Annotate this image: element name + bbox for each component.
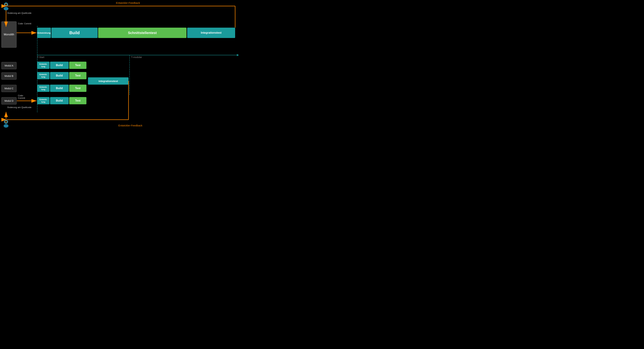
svg-point-1 bbox=[5, 4, 7, 5]
developer-icon-bottom bbox=[2, 119, 10, 128]
arrows-overlay bbox=[0, 0, 242, 131]
timeline-axis bbox=[37, 55, 237, 55]
dashed-line-t-modular bbox=[130, 55, 130, 95]
svg-point-2 bbox=[4, 7, 8, 10]
monolith-stage-integrationstest: Integrationstest bbox=[187, 28, 235, 38]
module-c-box: Modul C bbox=[2, 85, 16, 92]
modul-a-test: Test bbox=[69, 62, 86, 69]
bottom-feedback-label: Entwickler-Feedback bbox=[118, 124, 142, 127]
modul-c-test: Test bbox=[69, 85, 86, 92]
diagram-container: Entwickler-Feedback Änderung am Quellcod… bbox=[0, 0, 242, 131]
monolith-stage-entwicklung: Entwicklung bbox=[37, 28, 51, 38]
developer-icon-top bbox=[2, 2, 10, 10]
code-commit-top: Code- Commit bbox=[18, 23, 31, 25]
modul-b-entwicklung: Entwick-lung bbox=[37, 72, 50, 79]
modul-b-build: Build bbox=[50, 72, 69, 79]
modul-c-entwicklung: Entwick-lung bbox=[37, 85, 50, 92]
modul-a-entwicklung: Entwick-lung bbox=[37, 62, 50, 69]
top-feedback-label: Entwickler-Feedback bbox=[116, 2, 140, 4]
code-commit-bottom: Code-Commit bbox=[18, 95, 25, 100]
monolith-stage-build: Build bbox=[52, 28, 98, 38]
svg-point-12 bbox=[5, 121, 7, 123]
modular-integrationstest: Integrationstest bbox=[88, 77, 128, 85]
svg-point-13 bbox=[4, 124, 8, 128]
module-d-box: Modul D bbox=[2, 97, 16, 105]
module-a-box: Modul A bbox=[2, 62, 16, 69]
bottom-change-label: Änderung am Quellcode bbox=[7, 106, 32, 109]
modul-b-test: Test bbox=[69, 72, 86, 79]
monolith-stage-schnittstellentest: Schnittstellentest bbox=[98, 28, 186, 38]
monolith-box: Monolith bbox=[2, 22, 16, 48]
modul-d-entwicklung: Entwick-lung bbox=[37, 97, 50, 104]
top-change-label: Änderung am Quellcode bbox=[7, 12, 32, 14]
modul-c-build: Build bbox=[50, 85, 69, 92]
modul-a-build: Build bbox=[50, 62, 69, 69]
modul-d-build: Build bbox=[50, 97, 69, 104]
modul-d-test: Test bbox=[69, 97, 86, 104]
module-b-box: Modul B bbox=[2, 72, 16, 80]
t-modular-label: T-modular bbox=[131, 56, 142, 59]
t-start-label: T-Start bbox=[37, 56, 44, 59]
